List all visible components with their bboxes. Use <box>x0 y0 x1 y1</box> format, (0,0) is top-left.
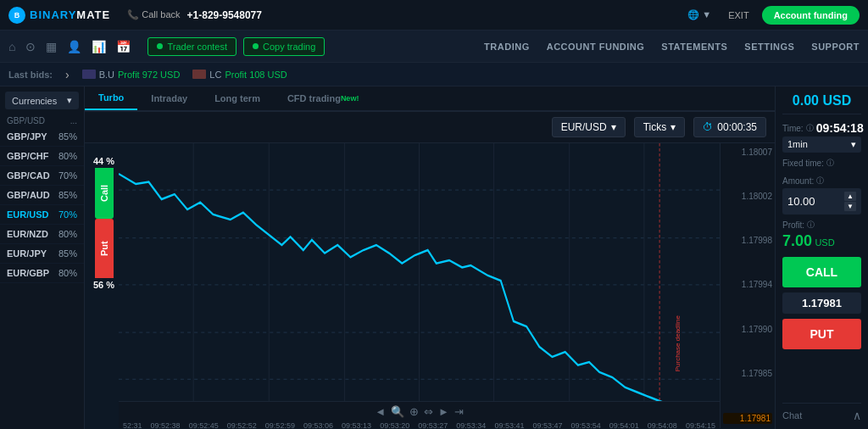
sidebar-item-eurnzd[interactable]: EUR/NZD 80% <box>0 225 84 244</box>
trader-contest-badge[interactable]: Trader contest <box>147 37 236 56</box>
bid-flag-2 <box>192 70 206 79</box>
chart-next-icon[interactable]: ► <box>438 405 449 418</box>
sidebar-item-eurgbp[interactable]: EUR/GBP 80% <box>0 264 84 283</box>
pair-selector[interactable]: EUR/USD ▾ <box>552 117 626 137</box>
flag-selector[interactable]: 🌐 ▼ <box>687 9 711 20</box>
time-info-icon[interactable]: ⓘ <box>806 123 814 134</box>
bid-profit-2: Profit 108 USD <box>225 70 287 80</box>
amount-input[interactable]: 10.00 ▲ ▼ <box>782 188 861 214</box>
amount-down-button[interactable]: ▼ <box>844 202 856 211</box>
home-icon[interactable]: ⌂ <box>8 40 15 53</box>
sidebar-header: GBP/USD... <box>0 114 84 127</box>
price-chart <box>119 143 720 428</box>
time-value: 09:54:18 <box>816 121 864 135</box>
x-label: 09:53:06 <box>303 421 333 429</box>
tab-cfd-trading[interactable]: CFD trading New! <box>274 86 372 110</box>
fixed-time-info-icon[interactable]: ⓘ <box>826 158 834 169</box>
bid-flag-1 <box>82 70 96 79</box>
profit-info-icon[interactable]: ⓘ <box>807 220 815 231</box>
sidebar-item-gbpchf[interactable]: GBP/CHF 80% <box>0 147 84 166</box>
timeframe-select[interactable]: 1min ▾ <box>782 136 861 153</box>
bid-item-2: LC Profit 108 USD <box>192 70 287 80</box>
stats-icon[interactable]: 📊 <box>92 40 106 53</box>
chart-body: 44 % Call Put 56 % <box>85 143 775 428</box>
settings-nav-link[interactable]: SETTINGS <box>744 42 794 52</box>
amount-info-icon[interactable]: ⓘ <box>816 176 824 187</box>
y-label-6: 1.17985 <box>723 369 772 378</box>
x-label: 09:52:45 <box>189 421 219 429</box>
call-bar[interactable]: Call <box>95 168 114 219</box>
logo-text: BINARYMATE <box>30 8 110 21</box>
search-icon[interactable]: ⊙ <box>25 40 36 53</box>
statements-nav-link[interactable]: STATEMENTS <box>661 42 727 52</box>
chart-toolbar: EUR/USD ▾ Ticks ▾ ⏱ 00:00:35 <box>85 112 775 143</box>
calendar-icon[interactable]: 📅 <box>116 40 131 53</box>
sidebar: Currencies ▾ GBP/USD... GBP/JPY 85% GBP/… <box>0 86 85 429</box>
y-label-3: 1.17998 <box>723 236 772 245</box>
account-funding-button[interactable]: Account funding <box>762 6 860 25</box>
y-label-2: 1.18002 <box>723 192 772 201</box>
users-icon[interactable]: 👤 <box>67 40 81 53</box>
call-back-link[interactable]: 📞 Call back <box>127 9 180 20</box>
ticks-selector[interactable]: Ticks ▾ <box>634 117 686 137</box>
chart-zoom-icon[interactable]: ⊕ <box>409 405 419 418</box>
chart-nav: ◄ 🔍 ⊕ ⇔ ► ⇥ <box>119 402 720 421</box>
amount-field: Amount: ⓘ 10.00 ▲ ▼ <box>782 176 861 214</box>
tab-intraday[interactable]: Intraday <box>137 86 201 110</box>
x-label: 09:52:38 <box>151 421 181 429</box>
trading-nav-link[interactable]: TRADING <box>484 42 530 52</box>
sidebar-item-eurjpy[interactable]: EUR/JPY 85% <box>0 244 84 264</box>
put-percentage: 56 % <box>93 280 114 290</box>
tab-long-term[interactable]: Long term <box>201 86 274 110</box>
x-axis: ◄ 🔍 ⊕ ⇔ ► ⇥ 52:31 09:52:38 09:52:45 09:5… <box>119 401 720 428</box>
sidebar-item-gbpjpy[interactable]: GBP/JPY 85% <box>0 127 84 147</box>
time-field: Time: ⓘ 09:54:18 1min ▾ <box>782 121 861 153</box>
account-funding-nav-link[interactable]: ACCOUNT FUNDING <box>547 42 645 52</box>
x-labels: 52:31 09:52:38 09:52:45 09:52:52 09:52:5… <box>119 421 720 429</box>
y-label-5: 1.17990 <box>723 325 772 334</box>
profit-value: 7.00 <box>782 232 812 249</box>
x-label: 52:31 <box>123 421 142 429</box>
tab-turbo[interactable]: Turbo <box>85 86 137 110</box>
currencies-dropdown[interactable]: Currencies ▾ <box>5 92 79 109</box>
phone-number: +1-829-9548077 <box>187 9 262 21</box>
x-label: 09:53:20 <box>380 421 409 429</box>
logo: B BINARYMATE <box>8 7 110 24</box>
chart-pan-icon[interactable]: ⇔ <box>424 405 433 418</box>
y-label-4: 1.17994 <box>723 280 772 289</box>
sidebar-item-eurusd[interactable]: EUR/USD 70% <box>0 205 84 225</box>
put-button[interactable]: PUT <box>782 319 861 349</box>
chat-label: Chat <box>782 410 802 421</box>
nav-icons: ⌂ ⊙ ▦ 👤 📊 📅 <box>8 40 131 53</box>
last-bids-arrow[interactable]: › <box>65 68 70 81</box>
support-nav-link[interactable]: SUPPORT <box>811 42 860 52</box>
chat-expand-icon[interactable]: ∧ <box>853 409 861 422</box>
bid-name-1: B.U <box>99 70 114 80</box>
amount-stepper: ▲ ▼ <box>844 192 856 211</box>
last-bids-label: Last bids: <box>8 70 53 80</box>
chart-prev-icon[interactable]: ◄ <box>375 405 386 418</box>
x-label: 09:53:47 <box>533 421 563 429</box>
chart-svg-area <box>119 143 720 428</box>
purchase-deadline-label: Purchase deadline <box>674 315 682 371</box>
chart-icon[interactable]: ▦ <box>46 40 57 53</box>
x-label: 09:52:52 <box>227 421 257 429</box>
balance-display: 0.00 USD <box>782 93 861 114</box>
chart-zoom-in-icon[interactable]: 🔍 <box>391 405 404 418</box>
sidebar-item-gbpaud[interactable]: GBP/AUD 85% <box>0 186 84 205</box>
main-layout: Currencies ▾ GBP/USD... GBP/JPY 85% GBP/… <box>0 86 868 429</box>
put-bar[interactable]: Put <box>95 219 114 278</box>
sidebar-item-gbpcad[interactable]: GBP/CAD 70% <box>0 166 84 186</box>
main-nav: TRADING ACCOUNT FUNDING STATEMENTS SETTI… <box>484 42 860 52</box>
call-button[interactable]: CALL <box>782 257 861 287</box>
chart-end-icon[interactable]: ⇥ <box>454 405 464 418</box>
exit-button[interactable]: EXIT <box>728 10 748 20</box>
amount-up-button[interactable]: ▲ <box>844 192 856 201</box>
right-panel: 0.00 USD Time: ⓘ 09:54:18 1min ▾ Fixed t… <box>775 86 868 429</box>
trading-tabs: Turbo Intraday Long term CFD trading New… <box>85 86 775 112</box>
last-bids-bar: Last bids: › B.U Profit 972 USD LC Profi… <box>0 63 868 86</box>
profit-section: Profit: ⓘ 7.00 USD <box>782 220 861 250</box>
x-label: 09:54:15 <box>686 421 715 429</box>
x-label: 09:53:34 <box>456 421 486 429</box>
copy-trading-badge[interactable]: Copy trading <box>243 37 325 56</box>
